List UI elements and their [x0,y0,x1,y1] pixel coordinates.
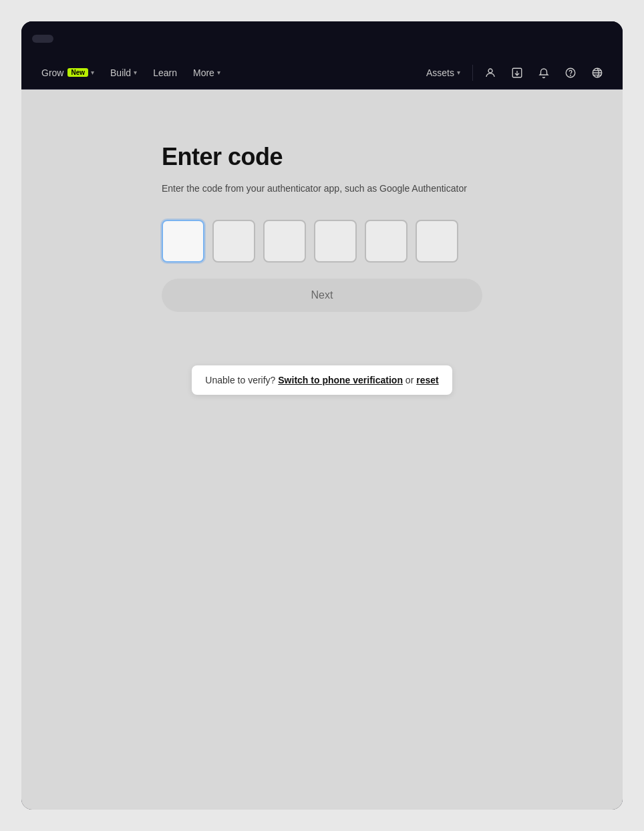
nav-right: Assets ▾ [420,61,609,85]
code-input-3[interactable] [263,220,306,263]
page-subtitle: Enter the code from your authenticator a… [162,182,482,196]
bell-icon-button[interactable] [532,61,556,85]
next-button[interactable]: Next [162,279,482,312]
nav-left: Grow New ▾ Build ▾ Learn More ▾ [35,62,420,84]
code-input-2[interactable] [212,220,255,263]
globe-icon-button[interactable] [585,61,609,85]
nav-item-learn[interactable]: Learn [146,62,184,84]
download-icon-button[interactable] [505,61,529,85]
build-label: Build [110,67,131,78]
user-icon-button[interactable] [478,61,502,85]
or-text: or [406,375,416,385]
nav-separator [472,65,473,81]
page-title: Enter code [162,143,482,171]
nav-item-grow[interactable]: Grow New ▾ [35,62,101,84]
code-input-6[interactable] [416,220,458,263]
build-chevron-icon: ▾ [134,69,137,76]
main-content: Enter code Enter the code from your auth… [21,90,623,810]
form-container: Enter code Enter the code from your auth… [162,143,482,312]
svg-point-0 [488,69,492,73]
assets-label: Assets [426,67,454,78]
code-input-4[interactable] [314,220,357,263]
help-icon [565,67,577,79]
code-input-group [162,220,482,263]
help-icon-button[interactable] [558,61,583,85]
browser-toolbar [21,21,623,56]
browser-window: Grow New ▾ Build ▾ Learn More ▾ Assets ▾ [21,21,623,810]
globe-icon [591,67,603,79]
download-icon [511,67,523,79]
code-input-5[interactable] [365,220,408,263]
grow-badge: New [67,68,88,77]
bell-icon [538,67,550,79]
nav-item-build[interactable]: Build ▾ [104,62,144,84]
code-input-1[interactable] [162,220,204,263]
switch-to-phone-link[interactable]: Switch to phone verification [278,375,403,385]
user-icon [484,67,496,79]
navbar: Grow New ▾ Build ▾ Learn More ▾ Assets ▾ [21,56,623,90]
assets-chevron-icon: ▾ [457,69,460,76]
svg-point-3 [571,75,571,75]
helper-text: Unable to verify? [205,375,275,385]
reset-link[interactable]: reset [416,375,438,385]
nav-item-more[interactable]: More ▾ [186,62,227,84]
nav-item-assets[interactable]: Assets ▾ [420,62,467,84]
browser-tab [32,35,53,43]
more-chevron-icon: ▾ [217,69,220,76]
grow-label: Grow [41,67,63,78]
learn-label: Learn [153,67,177,78]
helper-tooltip: Unable to verify? Switch to phone verifi… [192,365,452,395]
grow-chevron-icon: ▾ [91,69,94,76]
more-label: More [193,67,214,78]
